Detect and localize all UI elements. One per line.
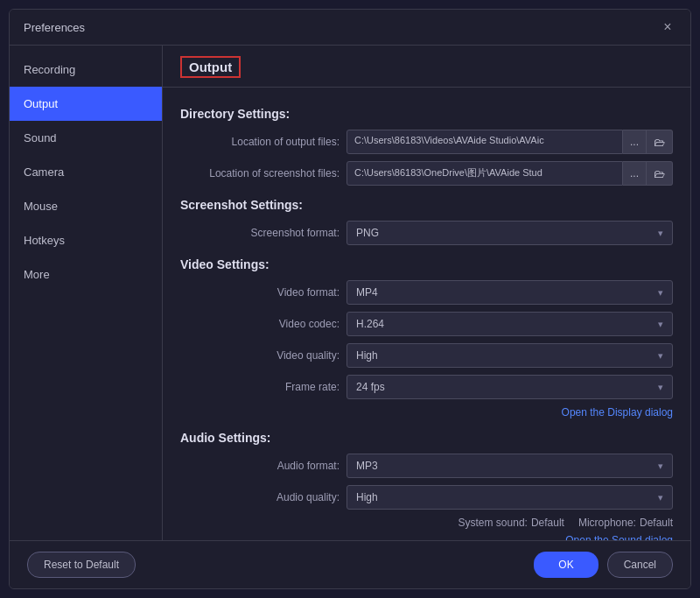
- video-format-label: Video format:: [180, 286, 346, 299]
- reset-to-default-button[interactable]: Reset to Default: [27, 552, 136, 578]
- video-codec-dropdown[interactable]: H.264 ▾: [346, 312, 673, 336]
- screenshot-format-dropdown[interactable]: PNG ▾: [346, 221, 673, 245]
- output-files-input-group: C:\Users\86183\Videos\AVAide Studio\AVAi…: [346, 130, 673, 154]
- frame-rate-dropdown[interactable]: 24 fps ▾: [346, 375, 673, 399]
- output-files-dots-button[interactable]: ...: [623, 130, 647, 154]
- video-codec-row: Video codec: H.264 ▾: [180, 312, 673, 336]
- screenshot-format-label: Screenshot format:: [180, 227, 346, 239]
- footer: Reset to Default OK Cancel: [10, 540, 690, 588]
- content-scroll[interactable]: Directory Settings: Location of output f…: [163, 88, 690, 540]
- video-format-arrow: ▾: [658, 287, 663, 299]
- dialog-title: Preferences: [24, 21, 85, 34]
- system-sound-info: System sound: Default: [458, 517, 564, 529]
- audio-format-value: MP3: [356, 460, 378, 472]
- system-sound-label: System sound:: [458, 517, 528, 529]
- video-quality-value: High: [356, 349, 378, 362]
- audio-quality-value: High: [356, 491, 378, 503]
- screenshot-files-dots-button[interactable]: ...: [623, 161, 647, 186]
- main-content: Recording Output Sound Camera Mouse Hotk…: [10, 46, 690, 540]
- cancel-button[interactable]: Cancel: [607, 552, 673, 578]
- video-codec-value: H.264: [356, 318, 384, 330]
- screenshot-files-input-group: C:\Users\86183\OneDrive\图片\AVAide Stud .…: [346, 161, 673, 186]
- close-button[interactable]: ×: [659, 18, 676, 36]
- display-link-row: Open the Display dialog: [180, 406, 673, 419]
- sound-link-row: Open the Sound dialog: [180, 534, 673, 540]
- output-files-folder-button[interactable]: 🗁: [647, 130, 673, 154]
- sidebar-item-hotkeys[interactable]: Hotkeys: [10, 223, 162, 257]
- sidebar-item-more[interactable]: More: [10, 257, 162, 292]
- screenshot-format-value: PNG: [356, 227, 379, 239]
- screenshot-format-arrow: ▾: [658, 228, 663, 239]
- video-quality-row: Video quality: High ▾: [180, 343, 673, 368]
- system-sound-value: Default: [531, 517, 564, 529]
- open-sound-dialog-link[interactable]: Open the Sound dialog: [565, 534, 673, 540]
- directory-settings-title: Directory Settings:: [180, 107, 673, 121]
- frame-rate-value: 24 fps: [356, 381, 385, 393]
- output-files-path[interactable]: C:\Users\86183\Videos\AVAide Studio\AVAi…: [346, 130, 623, 154]
- screenshot-files-folder-button[interactable]: 🗁: [647, 161, 673, 186]
- content-header: Output: [163, 46, 690, 88]
- video-format-row: Video format: MP4 ▾: [180, 280, 673, 305]
- output-files-label: Location of output files:: [180, 136, 346, 148]
- video-codec-arrow: ▾: [658, 319, 663, 330]
- microphone-label: Microphone:: [578, 517, 636, 529]
- audio-info-row: System sound: Default Microphone: Defaul…: [180, 517, 673, 529]
- screenshot-settings-title: Screenshot Settings:: [180, 198, 673, 212]
- folder-icon: 🗁: [654, 136, 665, 149]
- video-settings-title: Video Settings:: [180, 257, 673, 271]
- content-area: Output Directory Settings: Location of o…: [163, 46, 690, 540]
- ok-button[interactable]: OK: [534, 552, 598, 578]
- microphone-value: Default: [640, 517, 673, 529]
- audio-format-row: Audio format: MP3 ▾: [180, 454, 673, 478]
- frame-rate-label: Frame rate:: [180, 381, 346, 393]
- audio-format-label: Audio format:: [180, 460, 346, 472]
- sidebar-item-recording[interactable]: Recording: [10, 53, 162, 87]
- microphone-info: Microphone: Default: [578, 517, 673, 529]
- video-quality-dropdown[interactable]: High ▾: [346, 343, 673, 368]
- audio-quality-dropdown[interactable]: High ▾: [346, 485, 673, 510]
- folder-icon-2: 🗁: [654, 167, 665, 180]
- preferences-dialog: Preferences × Recording Output Sound Cam…: [9, 9, 691, 589]
- screenshot-files-path[interactable]: C:\Users\86183\OneDrive\图片\AVAide Stud: [346, 161, 623, 186]
- sidebar-item-output[interactable]: Output: [10, 87, 162, 121]
- output-files-row: Location of output files: C:\Users\86183…: [180, 130, 673, 154]
- video-codec-label: Video codec:: [180, 318, 346, 330]
- title-bar: Preferences ×: [10, 10, 690, 46]
- audio-format-arrow: ▾: [658, 461, 663, 472]
- screenshot-format-row: Screenshot format: PNG ▾: [180, 221, 673, 245]
- audio-quality-row: Audio quality: High ▾: [180, 485, 673, 510]
- open-display-dialog-link[interactable]: Open the Display dialog: [562, 406, 673, 419]
- sidebar-item-sound[interactable]: Sound: [10, 121, 162, 155]
- frame-rate-arrow: ▾: [658, 382, 663, 393]
- footer-right: OK Cancel: [534, 552, 673, 578]
- audio-format-dropdown[interactable]: MP3 ▾: [346, 454, 673, 478]
- video-quality-label: Video quality:: [180, 349, 346, 362]
- page-title: Output: [180, 56, 241, 78]
- frame-rate-row: Frame rate: 24 fps ▾: [180, 375, 673, 399]
- sidebar-item-camera[interactable]: Camera: [10, 155, 162, 189]
- video-format-value: MP4: [356, 286, 378, 299]
- video-format-dropdown[interactable]: MP4 ▾: [346, 280, 673, 305]
- screenshot-files-label: Location of screenshot files:: [180, 167, 346, 179]
- video-quality-arrow: ▾: [658, 350, 663, 362]
- audio-settings-title: Audio Settings:: [180, 431, 673, 445]
- screenshot-files-row: Location of screenshot files: C:\Users\8…: [180, 161, 673, 186]
- audio-quality-arrow: ▾: [658, 492, 663, 503]
- audio-quality-label: Audio quality:: [180, 491, 346, 503]
- sidebar-item-mouse[interactable]: Mouse: [10, 189, 162, 223]
- sidebar: Recording Output Sound Camera Mouse Hotk…: [10, 46, 163, 540]
